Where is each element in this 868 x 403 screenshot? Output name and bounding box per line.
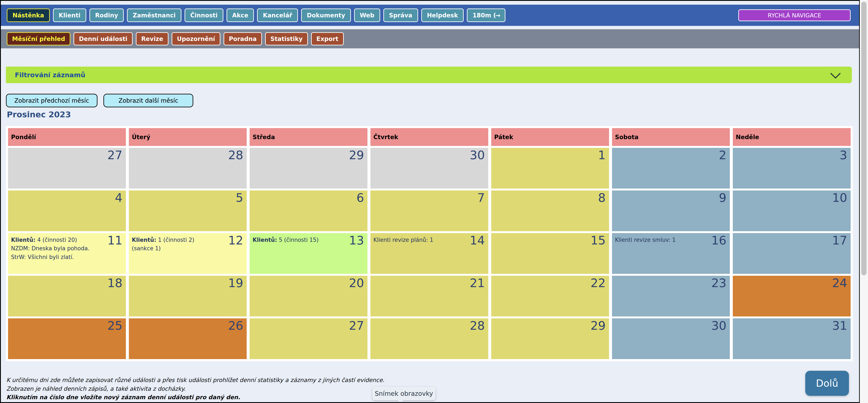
day-number[interactable]: 13 xyxy=(349,233,364,247)
day-number[interactable]: 15 xyxy=(591,233,606,247)
day-number[interactable]: 9 xyxy=(719,191,726,204)
calendar-day-cell[interactable]: 27 xyxy=(8,148,126,189)
day-number[interactable]: 31 xyxy=(832,319,847,333)
day-number[interactable]: 28 xyxy=(470,319,485,333)
toolbar-tab-m-s-n-p-ehled[interactable]: Měsíční přehled xyxy=(7,32,70,46)
toolbar-tab-upozorn-n[interactable]: Upozornění xyxy=(172,32,220,46)
nav-tab-dokumenty[interactable]: Dokumenty xyxy=(301,8,351,22)
nav-tab-spr-va[interactable]: Správa xyxy=(383,8,418,22)
scrollbar-thumb[interactable] xyxy=(861,2,867,275)
day-number[interactable]: 25 xyxy=(107,319,123,333)
day-number[interactable]: 29 xyxy=(591,319,606,333)
calendar-day-cell[interactable]: 29 xyxy=(250,148,368,189)
nav-tab-web[interactable]: Web xyxy=(354,8,380,22)
calendar-day-cell[interactable]: 5 xyxy=(129,191,247,231)
day-number[interactable]: 27 xyxy=(107,148,123,162)
toolbar-tab-poradna[interactable]: Poradna xyxy=(223,32,262,46)
quick-navigation-button[interactable]: RYCHLÁ NAVIGACE xyxy=(738,9,850,21)
day-number[interactable]: 18 xyxy=(107,276,123,290)
toolbar-tab-statistiky[interactable]: Statistiky xyxy=(265,32,308,46)
calendar-day-cell[interactable]: 26 xyxy=(129,318,247,359)
day-number[interactable]: 23 xyxy=(711,276,726,290)
nav-tab-zam-stnanci[interactable]: Zaměstnanci xyxy=(127,8,181,22)
day-number[interactable]: 20 xyxy=(349,276,364,290)
day-number[interactable]: 6 xyxy=(356,191,364,204)
next-month-button[interactable]: Zobrazit další měsíc xyxy=(103,94,193,107)
calendar-day-cell[interactable]: 25 xyxy=(8,318,126,359)
nav-tab-180m[interactable]: 180m (→ xyxy=(467,8,505,22)
calendar-day-cell[interactable]: 30 xyxy=(612,318,730,359)
calendar-day-cell[interactable]: 3 xyxy=(733,148,850,189)
calendar-day-cell[interactable]: Klientů: 4 (činnosti 20)NZDM: Dneska byl… xyxy=(8,233,126,274)
day-number[interactable]: 17 xyxy=(832,233,847,247)
calendar-day-cell[interactable]: 10 xyxy=(733,191,850,231)
toolbar-tab-revize[interactable]: Revize xyxy=(136,32,168,46)
calendar-day-cell[interactable]: 23 xyxy=(612,276,730,316)
calendar-day-cell[interactable]: 20 xyxy=(250,276,368,316)
calendar-day-cell[interactable]: 8 xyxy=(491,191,609,231)
nav-tab-akce[interactable]: Akce xyxy=(226,8,254,22)
calendar-day-cell[interactable]: Klienti revize smluv: 1 16 xyxy=(612,233,730,274)
day-number[interactable]: 10 xyxy=(832,191,847,204)
calendar-day-cell[interactable]: 22 xyxy=(491,276,609,316)
nav-tab-klienti[interactable]: Klienti xyxy=(53,8,86,22)
day-number[interactable]: 3 xyxy=(840,148,847,162)
toolbar-tab-export[interactable]: Export xyxy=(311,32,344,46)
scrollbar-track[interactable] xyxy=(860,0,868,403)
day-number[interactable]: 30 xyxy=(470,148,485,162)
calendar-day-cell[interactable]: 2 xyxy=(612,148,730,189)
calendar-day-cell[interactable]: Klienti revize plánů: 1 14 xyxy=(370,233,488,274)
calendar-day-cell[interactable]: 15 xyxy=(491,233,609,274)
day-number[interactable]: 26 xyxy=(228,319,243,333)
calendar-day-cell[interactable]: 27 xyxy=(250,318,368,359)
day-number[interactable]: 24 xyxy=(832,276,847,290)
day-number[interactable]: 28 xyxy=(228,148,243,162)
calendar-day-cell[interactable]: 28 xyxy=(370,318,488,359)
day-number[interactable]: 12 xyxy=(228,233,243,247)
previous-month-button[interactable]: Zobrazit předchozí měsíc xyxy=(6,94,97,107)
day-number[interactable]: 14 xyxy=(470,233,485,247)
nav-tab-rodiny[interactable]: Rodiny xyxy=(89,8,124,22)
calendar-day-cell[interactable]: 31 xyxy=(733,318,850,359)
calendar-day-cell[interactable]: 30 xyxy=(370,148,488,189)
toolbar-tab-denn-ud-losti[interactable]: Denní události xyxy=(73,32,133,46)
day-number[interactable]: 1 xyxy=(598,148,606,162)
day-events: Klientů: 1 (činnosti 2) (sankce 1) xyxy=(129,233,215,253)
calendar-day-cell[interactable]: 4 xyxy=(8,191,126,231)
day-number[interactable]: 22 xyxy=(591,276,606,290)
day-number[interactable]: 29 xyxy=(349,148,364,162)
day-number[interactable]: 7 xyxy=(477,191,485,204)
day-number[interactable]: 21 xyxy=(470,276,485,290)
nav-tab-innosti[interactable]: Činnosti xyxy=(185,8,223,22)
calendar-day-cell[interactable]: 17 xyxy=(733,233,850,274)
nav-tab-n-st-nka[interactable]: Nástěnka xyxy=(7,8,50,22)
calendar-day-cell[interactable]: Klientů: 1 (činnosti 2) (sankce 1) 12 xyxy=(129,233,247,274)
nav-tab-kancel[interactable]: Kancelář xyxy=(257,8,298,22)
calendar-day-cell[interactable]: 7 xyxy=(370,191,488,231)
calendar-day-cell[interactable]: 18 xyxy=(8,276,126,316)
day-number[interactable]: 5 xyxy=(236,191,243,204)
day-number[interactable]: 8 xyxy=(598,191,606,204)
calendar-day-cell[interactable]: 28 xyxy=(129,148,247,189)
filter-records-bar[interactable]: Filtrování záznamů xyxy=(6,66,852,83)
day-events xyxy=(491,191,577,193)
calendar-day-cell[interactable]: 6 xyxy=(250,191,368,231)
calendar-day-cell[interactable]: 24 xyxy=(733,276,850,316)
day-events: Klientů: 5 (činnosti 15) xyxy=(250,233,336,244)
calendar-day-cell[interactable]: 1 xyxy=(491,148,609,189)
day-number[interactable]: 11 xyxy=(107,233,123,247)
calendar-day-cell[interactable]: 9 xyxy=(612,191,730,231)
day-number[interactable]: 27 xyxy=(349,319,364,333)
calendar-day-cell[interactable]: Klientů: 5 (činnosti 15) 13 xyxy=(250,233,368,274)
day-number[interactable]: 4 xyxy=(115,191,123,204)
chevron-down-icon[interactable] xyxy=(830,68,841,79)
nav-tab-helpdesk[interactable]: Helpdesk xyxy=(421,8,464,22)
calendar-day-cell[interactable]: 21 xyxy=(370,276,488,316)
day-number[interactable]: 19 xyxy=(228,276,243,290)
calendar-day-cell[interactable]: 19 xyxy=(129,276,247,316)
day-number[interactable]: 30 xyxy=(711,319,726,333)
calendar-day-cell[interactable]: 29 xyxy=(491,318,609,359)
scroll-down-button[interactable]: Dolů xyxy=(805,371,849,396)
day-number[interactable]: 2 xyxy=(719,148,726,162)
day-number[interactable]: 16 xyxy=(711,233,726,247)
